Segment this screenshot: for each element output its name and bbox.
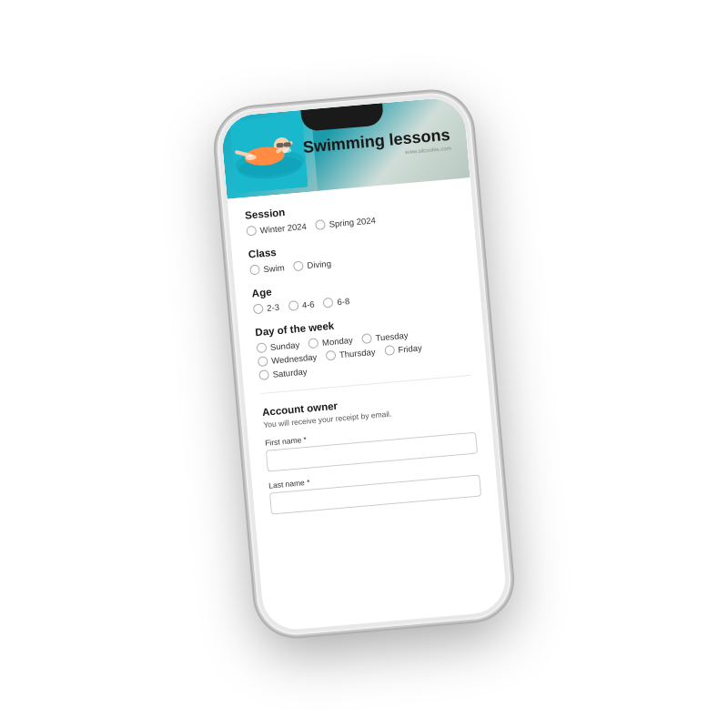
age-option-2-3[interactable]: 2-3 [253,302,280,314]
day-label-wednesday: Wednesday [271,352,318,366]
age-label-4-6: 4-6 [301,299,315,310]
day-radio-sunday[interactable] [257,342,268,353]
screen-content: Swimming lessons www.sitcookie.com Sessi… [220,96,508,632]
age-option-4-6[interactable]: 4-6 [288,299,315,311]
session-radio-winter[interactable] [246,226,257,237]
age-label-6-8: 6-8 [337,296,350,307]
age-label-2-3: 2-3 [267,302,280,313]
phone-shell: Swimming lessons www.sitcookie.com Sessi… [214,90,513,638]
day-option-thursday[interactable]: Thursday [326,347,376,361]
day-label-sunday: Sunday [270,339,300,352]
day-option-tuesday[interactable]: Tuesday [361,330,409,344]
day-option-wednesday[interactable]: Wednesday [258,352,318,368]
age-section: Age 2-3 4-6 6 [251,269,464,314]
age-radio-4-6[interactable] [288,300,298,311]
session-option-winter[interactable]: Winter 2024 [246,221,307,237]
session-label-winter: Winter 2024 [259,221,307,235]
session-option-spring[interactable]: Spring 2024 [315,215,376,230]
day-radio-monday[interactable] [308,338,319,349]
class-section: Class Swim Diving [248,230,461,275]
day-option-monday[interactable]: Monday [308,335,354,349]
day-label-tuesday: Tuesday [375,330,409,343]
class-label-diving: Diving [307,258,331,270]
day-radio-saturday[interactable] [258,369,269,380]
age-radio-6-8[interactable] [323,298,334,308]
class-radio-swim[interactable] [249,265,260,276]
svg-rect-7 [276,143,283,148]
class-option-swim[interactable]: Swim [249,262,285,275]
account-section: Account owner You will receive your rece… [262,389,481,515]
day-radio-friday[interactable] [384,345,395,356]
class-radio-diving[interactable] [293,260,304,271]
day-option-saturday[interactable]: Saturday [258,366,308,380]
form-area: Session Winter 2024 Spring 2024 [228,177,500,538]
day-label-saturday: Saturday [272,366,308,379]
scene: Swimming lessons www.sitcookie.com Sessi… [0,0,728,728]
day-option-friday[interactable]: Friday [384,342,422,356]
last-name-field-group: Last name * [268,462,481,514]
app-title-block: Swimming lessons www.sitcookie.com [302,126,451,165]
day-label-monday: Monday [322,335,354,348]
day-label-thursday: Thursday [339,347,376,359]
session-radio-spring[interactable] [315,219,326,230]
age-option-6-8[interactable]: 6-8 [323,296,350,308]
first-name-field-group: First name * [265,420,478,472]
day-option-sunday[interactable]: Sunday [257,339,300,353]
class-option-diving[interactable]: Diving [293,258,331,272]
swimmer-image [229,115,308,194]
day-section: Day of the week Sunday Monday [255,308,470,380]
age-radio-2-3[interactable] [253,303,264,314]
day-radio-tuesday[interactable] [361,333,372,344]
svg-rect-8 [283,142,290,147]
session-section: Session Winter 2024 Spring 2024 [245,192,458,237]
session-label-spring: Spring 2024 [329,215,376,228]
day-radio-thursday[interactable] [326,350,337,361]
class-label-swim: Swim [263,262,285,274]
day-radio-wednesday[interactable] [258,356,268,367]
day-label-friday: Friday [398,342,422,354]
phone-inner: Swimming lessons www.sitcookie.com Sessi… [220,96,508,632]
